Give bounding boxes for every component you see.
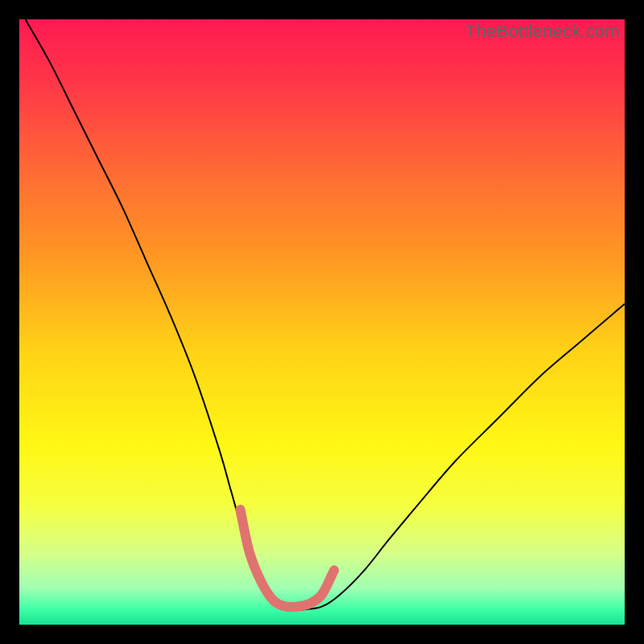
bottleneck-chart	[19, 19, 625, 625]
watermark-text: TheBottleneck.com	[465, 21, 620, 42]
gradient-background	[19, 19, 625, 625]
chart-frame: TheBottleneck.com	[19, 19, 625, 625]
